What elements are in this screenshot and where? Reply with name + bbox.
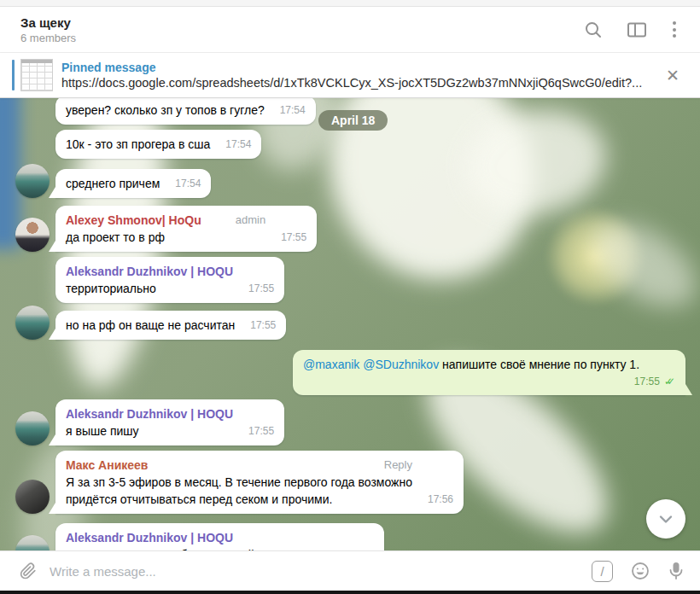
mention-link[interactable]: @SDuzhnikov (363, 358, 439, 371)
message-bubble-in[interactable]: Макс Аникеев Reply Я за зп 3-5 эфиров в … (55, 451, 464, 514)
window-bottom-edge (0, 591, 700, 594)
message-time: 17:56 (428, 491, 453, 508)
message-time: 17:54 (225, 136, 251, 153)
read-checks-icon: ✓✓ (664, 376, 675, 387)
message-bubble-in[interactable]: 10к - это зп прогера в сша 17:54 (55, 130, 261, 159)
message-bubble-in[interactable]: Aleksandr Duzhnikov | HOQU территориальн… (55, 257, 284, 303)
message-text: я выше пишу (66, 424, 139, 438)
message-bubble-in[interactable]: но на рф он ваще не расчитан 17:55 (55, 311, 286, 340)
message-bubble-in[interactable]: среднего причем 17:54 (55, 169, 211, 198)
spreadsheet-thumbnail (20, 59, 53, 91)
date-divider-badge: April 18 (318, 110, 388, 131)
avatar[interactable] (15, 411, 50, 446)
reply-link[interactable]: Reply (384, 457, 412, 474)
sender-name[interactable]: Макс Аникеев (66, 457, 148, 474)
sender-name[interactable]: Aleksandr Duzhnikov | HOQU (66, 529, 233, 546)
message-text: уверен? сколько зп у топов в гугле? (66, 103, 265, 117)
microphone-icon[interactable] (668, 561, 685, 581)
sender-name[interactable]: Alexey Shmonov| HoQu (66, 212, 201, 229)
mention-link[interactable]: @maxanik (303, 358, 359, 371)
message-text: да проект то в рф (66, 230, 165, 244)
message-row: Aleksandr Duzhnikov | HOQU территориальн… (15, 257, 685, 303)
emoji-icon[interactable] (630, 561, 650, 581)
message-text: территориально (66, 282, 156, 295)
message-input[interactable] (50, 564, 580, 579)
message-text: среднего причем (66, 177, 160, 190)
message-row: Aleksandr Duzhnikov | HOQU да в СЕКе сме… (15, 523, 685, 550)
scroll-to-bottom-button[interactable] (646, 499, 685, 539)
avatar[interactable] (15, 480, 50, 514)
message-row: но на рф он ваще не расчитан 17:55 (15, 306, 685, 340)
avatar[interactable] (15, 306, 50, 340)
chat-header: За щеку 6 members (0, 7, 700, 53)
pinned-message-label: Pinned message (61, 60, 661, 75)
message-row: 10к - это зп прогера в сша 17:54 (15, 130, 685, 159)
chat-header-titles[interactable]: За щеку 6 members (20, 15, 76, 44)
message-time: 17:55 (250, 317, 276, 334)
message-text: напишите своё мнение по пункту 1. (439, 358, 639, 371)
message-bubble-in[interactable]: Aleksandr Duzhnikov | HOQU да в СЕКе сме… (55, 523, 384, 550)
message-composer: / (0, 550, 700, 591)
message-time: 17:55 (248, 422, 274, 440)
message-bubble-out[interactable]: @maxanik @SDuzhnikov напишите своё мнени… (293, 350, 685, 395)
pinned-message-url: https://docs.google.com/spreadsheets/d/1… (61, 75, 661, 90)
message-row: Aleksandr Duzhnikov | HOQU я выше пишу 1… (15, 399, 685, 446)
members-count: 6 members (20, 32, 76, 44)
avatar[interactable] (15, 535, 50, 550)
avatar[interactable] (15, 218, 50, 252)
message-text: Я за зп 3-5 эфиров в месяц. В течение пе… (66, 475, 412, 506)
search-icon[interactable] (584, 20, 603, 39)
chat-title: За щеку (20, 15, 76, 30)
message-time: 17:54 (280, 102, 306, 119)
close-icon[interactable]: ✕ (661, 62, 685, 89)
message-text: 10к - это зп прогера в сша (66, 137, 210, 151)
message-row: @maxanik @SDuzhnikov напишите своё мнени… (15, 350, 685, 395)
message-bubble-in[interactable]: уверен? сколько зп у топов в гугле? 17:5… (55, 98, 316, 125)
avatar[interactable] (15, 164, 50, 198)
message-history: April 18 уверен? сколько зп у топов в гу… (0, 98, 700, 550)
message-row: Alexey Shmonov| HoQu admin да проект то … (15, 206, 685, 252)
message-text: но на рф он ваще не расчитан (66, 318, 235, 332)
telegram-chat-window: За щеку 6 members Pinned message https:/… (0, 0, 700, 594)
attach-paperclip-icon[interactable] (19, 562, 38, 580)
window-top-remnant (0, 0, 700, 7)
message-row: Макс Аникеев Reply Я за зп 3-5 эфиров в … (15, 451, 685, 514)
message-row: среднего причем 17:54 (15, 164, 685, 198)
message-time: 17:55 (248, 280, 274, 297)
message-bubble-in[interactable]: Alexey Shmonov| HoQu admin да проект то … (55, 206, 317, 252)
bot-command-icon[interactable]: / (592, 561, 613, 582)
message-bubble-in[interactable]: Aleksandr Duzhnikov | HOQU я выше пишу 1… (55, 399, 284, 446)
sender-name[interactable]: Aleksandr Duzhnikov | HOQU (66, 263, 233, 280)
message-time: 17:55 (281, 229, 306, 246)
message-time: 17:55 (634, 376, 660, 387)
columns-icon[interactable] (627, 21, 647, 38)
admin-badge: admin (236, 212, 265, 229)
pinned-accent-bar (12, 60, 15, 90)
chevron-down-icon (656, 510, 675, 528)
message-time: 17:54 (175, 175, 201, 192)
sender-name[interactable]: Aleksandr Duzhnikov | HOQU (66, 405, 233, 422)
pinned-message-bar[interactable]: Pinned message https://docs.google.com/s… (0, 53, 700, 98)
message-text: да в СЕКе смеяться будут с такой зп, у н… (66, 548, 374, 550)
kebab-menu-icon[interactable] (671, 20, 678, 39)
